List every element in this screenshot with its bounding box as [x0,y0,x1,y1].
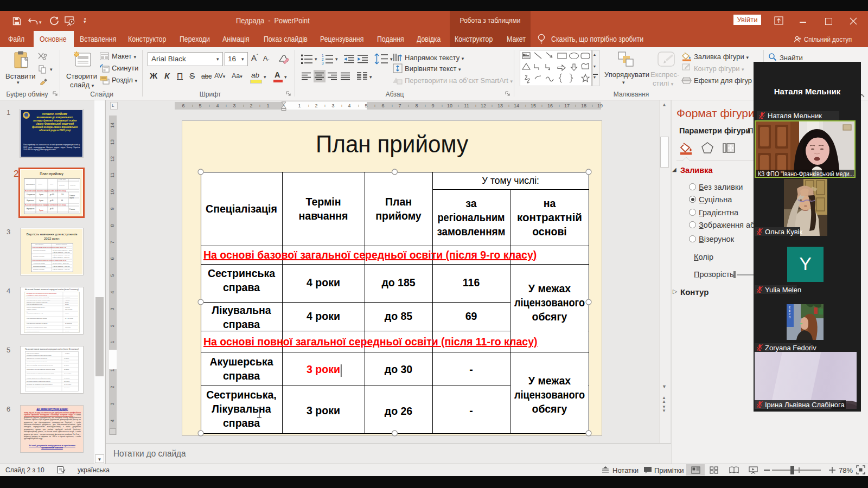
svg-text:Спеціалізація: Спеціалізація [26,184,35,185]
svg-text:до 185: до 185 [50,194,55,196]
svg-text:На основі базової загальної се: На основі базової загальної середньої ос… [25,190,66,192]
svg-text:Термін: Термін [38,183,42,185]
svg-text:оригінал: оригінал [65,307,70,308]
svg-text:Етап вступної кампанії: Етап вступної кампанії [27,352,39,354]
svg-text:Копія паспорта громадянина Укр: Копія паспорта громадянина України [27,318,47,319]
svg-text:Початок прийому заяв та докуме: Початок прийому заяв та документів [27,361,47,362]
svg-text:Сестринська: Сестринська [27,194,35,196]
svg-text:14 липня: 14 липня [64,361,69,362]
svg-text:69: 69 [61,200,63,202]
svg-text:-: - [62,208,62,210]
svg-text:Р: Р [789,313,790,316]
svg-text:на контр.: на контр. [70,184,76,186]
svg-text:У межах: У межах [69,195,75,197]
svg-text:Акушерська: Акушерська [27,208,35,210]
svg-text:За весь період – 21000 грн.: За весь період – 21000 грн. [53,262,69,264]
svg-text:вступників із зазначенням реко: вступників із зазначенням рекомендованих [27,381,51,382]
svg-text:12 серпня: 12 серпня [64,387,70,388]
svg-text:3-ій рік навчання – 7000 грн.: 3-ій рік навчання – 7000 грн. [53,256,70,258]
svg-text:Вартість навчання: Вартість навчання [56,244,67,246]
svg-text:за регіон.: за регіон. [59,184,65,186]
svg-text:Копія військово-облікового док: Копія військово-облікового документа [27,323,48,324]
svg-text:Вступники на основі базової се: Вступники на основі базової середньої ос… [27,293,57,294]
svg-text:1-ий рік навчання – 7000 грн.: 1-ий рік навчання – 7000 грн. [53,252,71,253]
svg-text:до 10 серпня: до 10 серпня [64,384,72,385]
svg-text:116: 116 [61,194,64,196]
svg-text:6 штук: 6 штук [65,312,69,313]
svg-text:та копії: та копії [65,330,69,331]
svg-text:В: В [789,310,790,312]
svg-text:Лікувальна справа: Лікувальна справа [33,255,44,257]
svg-text:+ 2 копії: + 2 копії [65,299,70,300]
svg-text:О: О [789,316,791,319]
svg-text:05 серпня: 05 серпня [64,381,70,382]
svg-text:Медична довідка форма № 086-о: Медична довідка форма № 086-о [27,307,46,308]
svg-text:2-ий рік навчання – 7000 грн.: 2-ий рік навчання – 7000 грн. [53,254,71,256]
svg-text:На основі повної загальної сер: На основі повної загальної середньої осв… [25,204,66,206]
svg-text:виконати вимоги до зарахування: виконати вимоги до зарахування [27,387,45,388]
svg-text:завантаження необхідних докуме: завантаження необхідних документів [27,358,48,359]
svg-text:в приймальну комісію такі доку: в приймальну комісію такі документи: [27,294,48,296]
svg-text:Терміни: Терміни [65,352,70,354]
svg-text:Строки проведення співбесіди т: Строки проведення співбесіди та вступних… [27,373,54,374]
svg-text:Лікувальна справа: Лікувальна справа [33,269,44,271]
svg-text:2 копії: 2 копії [65,301,69,303]
svg-text:На основі повної загальної сер: На основі повної загальної середньої осв… [32,260,66,261]
svg-text:За весь період навчання – 2800: За весь період навчання – 28000 грн. [53,249,72,251]
svg-text:4 роки: 4 роки [39,194,43,196]
svg-text:Спеціалізація: Спеціалізація [35,244,44,246]
svg-text:26 липня: 26 липня [64,364,69,365]
svg-text:3: 3 [322,61,324,65]
svg-text:до 85: до 85 [50,200,54,202]
svg-text:Заява встановленого зразка у п: Заява встановленого зразка у паперовій [27,297,49,298]
svg-text:оригінали: оригінали [65,326,71,328]
svg-text:Сестринська справа: Сестринська справа [33,250,46,252]
svg-text:1: 1 [322,54,324,57]
svg-text:1-ий рік навчання – 7000 грн.: 1-ий рік навчання – 7000 грн. [53,266,71,267]
svg-text:Копія свідоцтва про базову сер: Копія свідоцтва про базову середню освіт… [27,299,50,300]
svg-text:за наявності: за наявності [65,323,72,324]
svg-text:з картою щеплень: з картою щеплень [27,309,37,310]
svg-text:особисто: особисто [65,297,71,298]
svg-text:Фотокартки розміром 3 х 4 см: Фотокартки розміром 3 х 4 см [27,312,43,313]
svg-text:ліценз.: ліценз. [69,197,74,199]
svg-text:Акушерська справа: Акушерська справа [33,262,45,264]
svg-text:01 липня: 01 липня [64,358,69,359]
svg-text:3 роки: 3 роки [39,209,43,211]
svg-text:Сестринська справа: Сестринська справа [33,266,46,267]
svg-text:до 30: до 30 [50,208,54,210]
svg-text:План: План [50,183,54,185]
svg-text:На основі базової загальної се: На основі базової загальної середньої ос… [32,247,66,248]
svg-text:2-ий рік навчання – 7000 грн.: 2-ий рік навчання – 7000 грн. [53,269,71,271]
svg-text:не пізніше: не пізніше [64,377,70,378]
svg-text:086-1/о копія: 086-1/о копія [65,309,73,310]
svg-text:У межах: У межах [69,208,75,210]
svg-text:до 04 серпня: до 04 серпня [64,373,72,374]
svg-text:Терміни оприлюднення рейтингов: Терміни оприлюднення рейтингового списку [27,377,52,378]
svg-text:на пільги (за наявності): на пільги (за наявності) [27,330,40,331]
svg-text:Копія ідентифікаційного коду: Копія ідентифікаційного коду [27,304,43,305]
svg-text:2: 2 [322,57,324,61]
svg-text:Оригінал і копія додатка до св: Оригінал і копія додатка до свідоцтва [27,301,48,303]
svg-text:4 роки: 4 роки [39,200,43,202]
svg-text:У тому числі:: У тому числі: [59,179,66,180]
svg-text:2 копії: 2 копії [65,304,69,305]
svg-text:Лікувальна: Лікувальна [27,200,34,202]
svg-text:16 липня: 16 липня [64,369,69,370]
